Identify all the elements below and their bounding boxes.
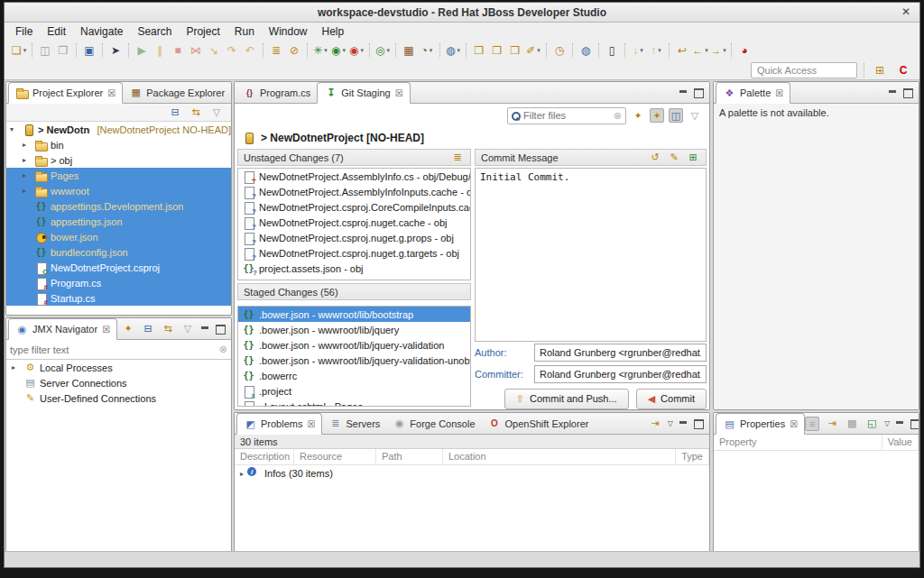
window-close-icon[interactable]: ✕: [901, 5, 910, 18]
view-menu-icon[interactable]: ▽: [884, 419, 890, 427]
staged-file-row[interactable]: .bower.json - wwwroot/lib/jquery-validat…: [238, 337, 470, 353]
unstaged-file-row[interactable]: project.assets.json - obj: [238, 261, 470, 276]
filter-files-input[interactable]: [523, 110, 610, 121]
expander-icon[interactable]: ▸: [12, 363, 21, 372]
jmx-tree-item[interactable]: ▸ Server Connections: [6, 375, 231, 390]
unstaged-file-row[interactable]: NewDotnetProject.csproj.nuget.cache - ob…: [238, 215, 470, 230]
tree-item[interactable]: ▸ wwwroot: [6, 183, 231, 198]
unstaged-file-row[interactable]: NewDotnetProject.csproj.nuget.g.targets …: [238, 245, 470, 261]
tab-git-staging[interactable]: Git Staging ☒: [317, 82, 410, 104]
tree-item[interactable]: ▸ Startup.cs: [6, 290, 231, 306]
staged-file-row[interactable]: .bower.json - wwwroot/lib/bootstrap: [238, 307, 470, 322]
clear-filter-icon[interactable]: ⊗: [219, 344, 227, 355]
staged-file-row[interactable]: .bowerrc: [238, 368, 470, 383]
jmx-tree-item[interactable]: ▸ User-Defined Connections: [6, 390, 231, 406]
menu-item[interactable]: Project: [179, 25, 226, 38]
toolbar-icon[interactable]: ✳: [312, 42, 328, 59]
toolbar-icon[interactable]: ↘: [206, 42, 222, 59]
staged-file-row[interactable]: .bower.json - wwwroot/lib/jquery: [238, 322, 470, 337]
toolbar-icon[interactable]: [598, 43, 599, 58]
toolbar-icon[interactable]: [439, 43, 440, 58]
toolbar-icon[interactable]: ⋈: [188, 42, 204, 59]
expander-icon[interactable]: ▸: [23, 171, 32, 179]
expander-icon[interactable]: ▸: [23, 141, 32, 149]
view-toolbar-icon[interactable]: ✦: [121, 322, 135, 336]
menu-item[interactable]: Edit: [40, 25, 73, 38]
toolbar-icon[interactable]: [572, 43, 573, 58]
sort-icon[interactable]: ≣: [450, 151, 465, 165]
toolbar-icon[interactable]: [307, 43, 308, 58]
toolbar-icon[interactable]: ❒: [507, 42, 523, 59]
tab-close-icon[interactable]: ☒: [790, 419, 798, 429]
view-toolbar-icon[interactable]: ▩: [845, 417, 859, 431]
tab-close-icon[interactable]: ☒: [395, 88, 403, 98]
toolbar-icon[interactable]: ▦: [401, 42, 417, 59]
toolbar-icon[interactable]: ❐: [55, 42, 71, 59]
toolbar-icon[interactable]: ▣: [81, 42, 97, 59]
tab-problems[interactable]: Problems ☒: [236, 413, 322, 435]
maximize-icon[interactable]: [694, 88, 704, 97]
column-header[interactable]: Description: [235, 449, 294, 464]
minimize-icon[interactable]: [895, 419, 905, 428]
commit-message-input[interactable]: Initial Commit.: [475, 168, 707, 342]
column-header[interactable]: Resource: [294, 449, 376, 464]
tree-item[interactable]: ▸ appsettings.Development.json: [6, 198, 231, 214]
toolbar-icon[interactable]: [32, 43, 32, 58]
expander-icon[interactable]: ▸: [23, 187, 32, 195]
maximize-icon[interactable]: [694, 419, 704, 428]
minimize-icon[interactable]: [200, 325, 210, 334]
toolbar-icon[interactable]: ←: [692, 42, 708, 59]
maximize-icon[interactable]: [910, 419, 919, 428]
toolbar-icon[interactable]: ↑: [648, 42, 664, 59]
minimize-icon[interactable]: [679, 419, 688, 428]
toolbar-icon[interactable]: [466, 43, 467, 58]
toolbar-icon[interactable]: ■: [170, 42, 186, 59]
toolbar-icon[interactable]: ▯: [604, 42, 620, 59]
tree-item[interactable]: ▸ bin: [6, 137, 231, 152]
toolbar-icon[interactable]: [395, 43, 396, 58]
tree-item-project-root[interactable]: ▾ > NewDotnetProject [NewDotnetProject N…: [6, 122, 231, 137]
expander-icon[interactable]: ▸: [23, 156, 32, 164]
toolbar-icon[interactable]: ◍: [578, 42, 594, 59]
toolbar-icon[interactable]: [669, 43, 670, 58]
toolbar-icon[interactable]: ≣: [268, 42, 284, 59]
commit-button[interactable]: ◀ Commit: [636, 389, 707, 409]
toolbar-icon[interactable]: ◕: [736, 42, 753, 59]
column-header[interactable]: Type: [676, 449, 709, 464]
tree-item[interactable]: ▸ bundleconfig.json: [6, 244, 231, 260]
filter-input[interactable]: [10, 344, 219, 355]
view-toolbar-icon[interactable]: ⇥: [648, 417, 662, 431]
toolbar-icon[interactable]: [731, 43, 732, 58]
menu-item[interactable]: Navigate: [73, 25, 130, 38]
committer-input[interactable]: [534, 365, 707, 383]
commit-toolbar-icon[interactable]: ✎: [667, 151, 681, 165]
staged-file-row[interactable]: _Layout.cshtml - Pages: [238, 399, 470, 407]
tree-item[interactable]: ▸ Pages: [6, 168, 231, 183]
git-toolbar-icon[interactable]: ✦: [631, 108, 645, 123]
toolbar-icon[interactable]: [369, 43, 370, 58]
view-toolbar-icon[interactable]: ▽: [209, 106, 224, 120]
tab-jmx-navigator[interactable]: JMX Navigator ☒: [8, 318, 117, 340]
tab-palette[interactable]: Palette ☒: [716, 82, 790, 104]
toolbar-icon[interactable]: [624, 43, 625, 58]
staged-file-row[interactable]: .bower.json - wwwroot/lib/jquery-validat…: [238, 353, 470, 368]
toolbar-icon[interactable]: ◔: [419, 42, 435, 59]
menu-item[interactable]: File: [8, 25, 40, 38]
perspective-icon[interactable]: ⊞: [872, 62, 888, 78]
expander-icon[interactable]: ▸: [240, 470, 244, 478]
menu-item[interactable]: Help: [315, 25, 352, 38]
minimize-icon[interactable]: [679, 88, 688, 97]
toolbar-icon[interactable]: ∥: [152, 42, 168, 59]
toolbar-icon[interactable]: ◍: [445, 42, 461, 59]
toolbar-icon[interactable]: [546, 43, 547, 58]
view-toolbar-icon[interactable]: ▽: [180, 322, 195, 336]
tree-item[interactable]: ▸ appsettings.json: [6, 214, 231, 229]
menu-item[interactable]: Window: [262, 25, 315, 38]
view-toolbar-icon[interactable]: ≡: [805, 417, 819, 431]
unstaged-file-row[interactable]: NewDotnetProject.csproj.CoreCompileInput…: [238, 199, 470, 215]
view-toolbar-icon[interactable]: ⇆: [189, 106, 203, 120]
toolbar-icon[interactable]: →: [710, 42, 726, 59]
problems-info-row[interactable]: ▸ Infos (30 items): [235, 465, 709, 482]
menu-item[interactable]: Run: [227, 25, 262, 38]
toolbar-icon[interactable]: ↶: [242, 42, 258, 59]
